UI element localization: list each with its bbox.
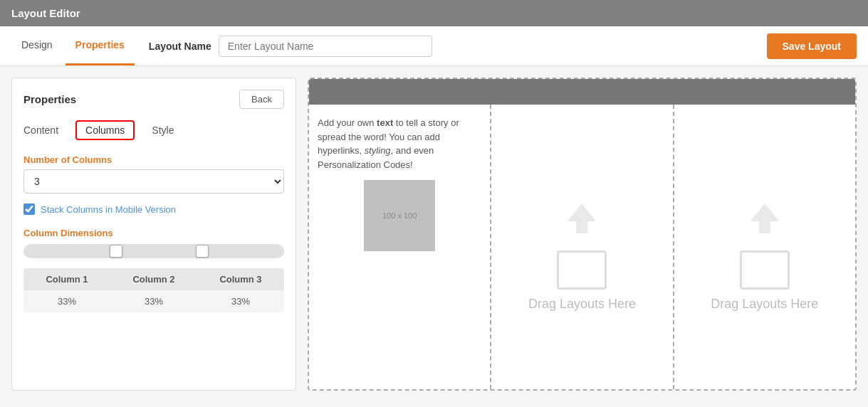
col-value-1: 33%: [23, 290, 110, 312]
drag-icon-wrap-3: [740, 204, 790, 290]
drag-box-icon-3: [740, 250, 790, 290]
svg-marker-0: [568, 204, 596, 233]
stack-columns-label: Stack Columns in Mobile Version: [41, 204, 176, 215]
drag-icon-wrap-2: [557, 204, 607, 290]
drag-box-icon-2: [557, 250, 607, 290]
sub-tab-content[interactable]: Content: [23, 122, 58, 139]
column-dimensions-slider[interactable]: [23, 244, 284, 258]
column-dimensions-table: Column 1 Column 2 Column 3 33% 33% 33%: [23, 268, 284, 312]
col-header-1: Column 1: [23, 268, 110, 290]
canvas-header-bar: [309, 79, 855, 105]
col-header-2: Column 2: [110, 268, 197, 290]
col-value-2: 33%: [110, 290, 197, 312]
layout-name-input[interactable]: [219, 36, 432, 57]
canvas-col-2[interactable]: Drag Layouts Here: [491, 105, 674, 389]
tab-properties[interactable]: Properties: [66, 26, 135, 65]
canvas-col-1: Add your own text to tell a story or spr…: [309, 105, 491, 389]
main-content: Properties Back Content Columns Style Nu…: [0, 66, 868, 402]
image-placeholder: 100 x 100: [364, 180, 435, 251]
panel-title: Properties: [23, 93, 76, 105]
tab-design[interactable]: Design: [11, 26, 63, 65]
layout-name-label: Layout Name: [149, 41, 211, 52]
app-title: Layout Editor: [11, 7, 80, 19]
drag-label-3: Drag Layouts Here: [711, 297, 818, 312]
col1-content: Add your own text to tell a story or spr…: [309, 105, 490, 263]
num-columns-label: Number of Columns: [23, 154, 284, 165]
back-button[interactable]: Back: [239, 90, 284, 109]
col-header-3: Column 3: [197, 268, 284, 290]
canvas-columns: Add your own text to tell a story or spr…: [309, 105, 855, 389]
col-dimensions-label: Column Dimensions: [23, 228, 284, 238]
num-columns-select[interactable]: 3 1 2 4: [23, 169, 284, 194]
drag-label-2: Drag Layouts Here: [528, 297, 636, 312]
topbar: Design Properties Layout Name Save Layou…: [0, 26, 868, 66]
sub-tab-columns[interactable]: Columns: [75, 120, 135, 140]
slider-thumb-1[interactable]: [110, 245, 122, 258]
canvas-col-3[interactable]: Drag Layouts Here: [674, 105, 855, 389]
drag-zone-2: Drag Layouts Here: [491, 105, 672, 389]
drag-arrow-icon-3: [743, 204, 786, 246]
svg-marker-1: [751, 204, 779, 233]
drag-zone-3: Drag Layouts Here: [674, 105, 855, 389]
panel-header: Properties Back: [23, 90, 284, 109]
stack-columns-checkbox[interactable]: [23, 204, 35, 215]
drag-arrow-icon-2: [560, 204, 603, 246]
col-value-3: 33%: [197, 290, 284, 312]
left-panel: Properties Back Content Columns Style Nu…: [11, 78, 296, 391]
col1-text: Add your own text to tell a story or spr…: [318, 116, 481, 171]
sub-tab-style[interactable]: Style: [152, 122, 174, 139]
stack-columns-row: Stack Columns in Mobile Version: [23, 204, 284, 215]
slider-thumb-2[interactable]: [196, 245, 209, 258]
layout-canvas: Add your own text to tell a story or spr…: [308, 78, 857, 391]
layout-editor-header: Layout Editor: [0, 0, 868, 26]
save-layout-button[interactable]: Save Layout: [767, 33, 857, 59]
sub-tabs: Content Columns Style: [23, 120, 284, 140]
